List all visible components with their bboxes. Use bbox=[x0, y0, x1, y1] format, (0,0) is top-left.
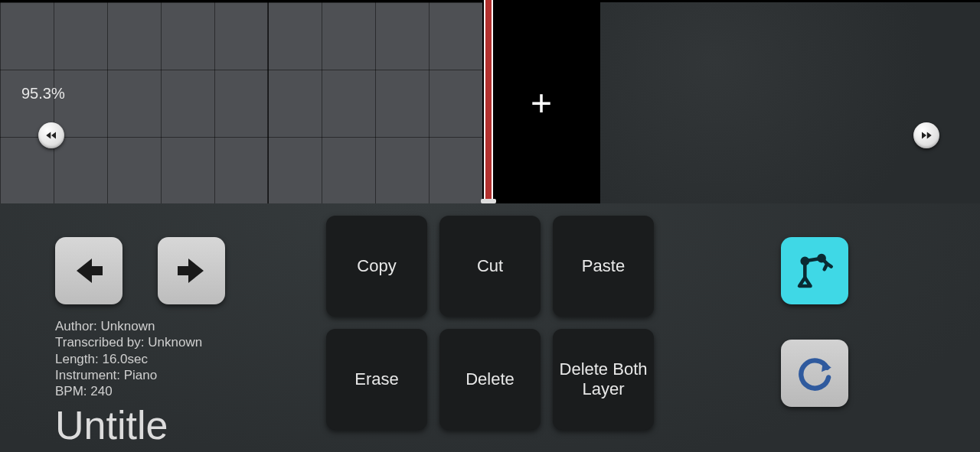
arrow-right-icon bbox=[173, 252, 210, 289]
autoplay-button[interactable] bbox=[781, 237, 848, 304]
seek-forward-button[interactable] bbox=[913, 122, 939, 148]
meta-bpm: BPM: 240 bbox=[55, 383, 300, 399]
plus-icon: + bbox=[531, 85, 552, 122]
meta-instrument: Instrument: Piano bbox=[55, 367, 300, 383]
rewind-icon bbox=[44, 128, 58, 142]
meta-transcribed: Transcribed by: Unknown bbox=[55, 334, 300, 350]
meta-length: Length: 16.0sec bbox=[55, 351, 300, 367]
add-segment-zone[interactable]: + bbox=[482, 0, 600, 203]
paste-button[interactable]: Paste bbox=[553, 216, 654, 317]
cut-button[interactable]: Cut bbox=[439, 216, 541, 317]
controls-panel: Author: Unknown Transcribed by: Unknown … bbox=[0, 203, 980, 452]
prev-button[interactable] bbox=[55, 237, 122, 304]
next-button[interactable] bbox=[158, 237, 225, 304]
song-title: Untitle bbox=[55, 402, 300, 448]
timeline-area: 95.3% + bbox=[0, 0, 980, 203]
refresh-icon bbox=[792, 351, 837, 395]
empty-segment-pane[interactable] bbox=[600, 0, 980, 203]
note-grid[interactable]: 95.3% bbox=[0, 0, 482, 203]
delete-both-layer-button[interactable]: Delete Both Layer bbox=[553, 329, 654, 430]
erase-button[interactable]: Erase bbox=[326, 329, 427, 430]
refresh-button[interactable] bbox=[781, 340, 848, 407]
edit-actions-grid: Copy Cut Paste Erase Delete Delete Both … bbox=[326, 216, 654, 430]
fast-forward-icon bbox=[920, 128, 933, 142]
robot-arm-icon bbox=[792, 249, 837, 293]
copy-button[interactable]: Copy bbox=[326, 216, 427, 317]
delete-button[interactable]: Delete bbox=[439, 329, 541, 430]
song-metadata: Author: Unknown Transcribed by: Unknown … bbox=[55, 318, 300, 399]
svg-point-0 bbox=[802, 259, 808, 264]
zoom-percent-label: 95.3% bbox=[21, 85, 65, 102]
arrow-left-icon bbox=[70, 252, 107, 289]
playhead[interactable] bbox=[482, 0, 495, 203]
meta-author: Author: Unknown bbox=[55, 318, 300, 334]
seek-back-button[interactable] bbox=[38, 122, 64, 148]
